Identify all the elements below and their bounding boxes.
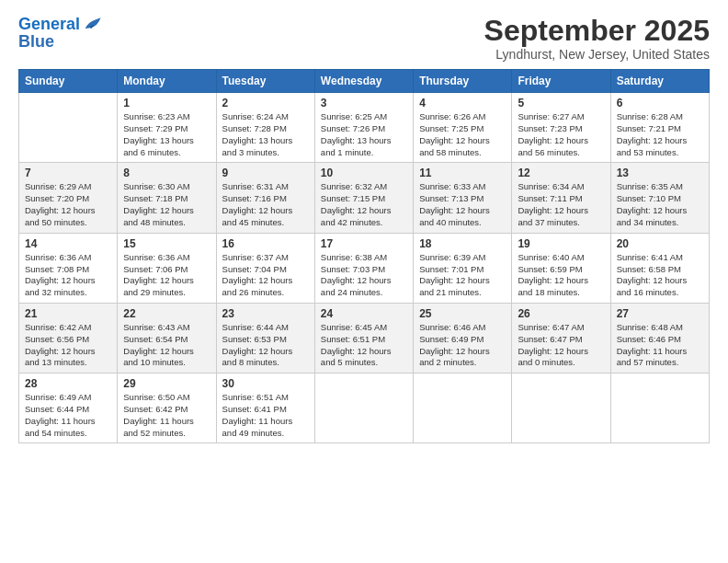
location: Lyndhurst, New Jersey, United States <box>484 47 710 62</box>
calendar-cell <box>610 373 709 443</box>
day-number: 6 <box>617 97 703 109</box>
day-number: 21 <box>25 307 111 320</box>
calendar-cell: 18Sunrise: 6:39 AM Sunset: 7:01 PM Dayli… <box>414 233 512 303</box>
day-info: Sunrise: 6:27 AM Sunset: 7:23 PM Dayligh… <box>518 111 604 158</box>
col-header-saturday: Saturday <box>610 70 709 93</box>
day-info: Sunrise: 6:29 AM Sunset: 7:20 PM Dayligh… <box>25 181 111 228</box>
logo-text-blue: Blue <box>18 33 54 52</box>
day-number: 3 <box>321 97 407 109</box>
day-number: 25 <box>419 307 506 320</box>
calendar-week-row: 28Sunrise: 6:49 AM Sunset: 6:44 PM Dayli… <box>19 373 710 443</box>
logo-text-general: General <box>18 16 80 34</box>
day-info: Sunrise: 6:31 AM Sunset: 7:16 PM Dayligh… <box>222 181 309 228</box>
day-info: Sunrise: 6:33 AM Sunset: 7:13 PM Dayligh… <box>419 181 506 228</box>
day-number: 19 <box>518 237 604 250</box>
day-info: Sunrise: 6:30 AM Sunset: 7:18 PM Dayligh… <box>123 181 210 228</box>
calendar-cell: 4Sunrise: 6:26 AM Sunset: 7:25 PM Daylig… <box>414 93 512 163</box>
calendar-cell <box>512 373 610 443</box>
col-header-tuesday: Tuesday <box>216 70 314 93</box>
day-info: Sunrise: 6:25 AM Sunset: 7:26 PM Dayligh… <box>321 111 407 158</box>
calendar-cell: 14Sunrise: 6:36 AM Sunset: 7:08 PM Dayli… <box>19 233 118 303</box>
day-number: 11 <box>419 167 506 179</box>
day-info: Sunrise: 6:43 AM Sunset: 6:54 PM Dayligh… <box>123 322 210 369</box>
calendar-cell: 30Sunrise: 6:51 AM Sunset: 6:41 PM Dayli… <box>216 373 314 443</box>
day-number: 24 <box>321 307 407 320</box>
calendar-week-row: 7Sunrise: 6:29 AM Sunset: 7:20 PM Daylig… <box>19 163 710 233</box>
day-info: Sunrise: 6:46 AM Sunset: 6:49 PM Dayligh… <box>419 322 506 369</box>
calendar-week-row: 1Sunrise: 6:23 AM Sunset: 7:29 PM Daylig… <box>19 93 710 163</box>
day-info: Sunrise: 6:45 AM Sunset: 6:51 PM Dayligh… <box>321 322 407 369</box>
day-info: Sunrise: 6:36 AM Sunset: 7:06 PM Dayligh… <box>123 252 210 299</box>
col-header-friday: Friday <box>512 70 610 93</box>
day-info: Sunrise: 6:37 AM Sunset: 7:04 PM Dayligh… <box>222 252 309 299</box>
calendar-week-row: 14Sunrise: 6:36 AM Sunset: 7:08 PM Dayli… <box>19 233 710 303</box>
calendar-cell: 12Sunrise: 6:34 AM Sunset: 7:11 PM Dayli… <box>512 163 610 233</box>
day-number: 7 <box>25 167 111 179</box>
header: General Blue September 2025 Lyndhurst, N… <box>18 15 710 62</box>
day-number: 22 <box>123 307 210 320</box>
day-number: 23 <box>222 307 309 320</box>
calendar-header-row: SundayMondayTuesdayWednesdayThursdayFrid… <box>19 70 710 93</box>
calendar-cell: 19Sunrise: 6:40 AM Sunset: 6:59 PM Dayli… <box>512 233 610 303</box>
calendar-cell: 3Sunrise: 6:25 AM Sunset: 7:26 PM Daylig… <box>314 93 413 163</box>
day-number: 27 <box>617 307 703 320</box>
calendar-cell <box>19 93 118 163</box>
day-info: Sunrise: 6:38 AM Sunset: 7:03 PM Dayligh… <box>321 252 407 299</box>
day-number: 4 <box>419 97 506 109</box>
day-number: 14 <box>25 237 111 250</box>
col-header-thursday: Thursday <box>414 70 512 93</box>
day-info: Sunrise: 6:48 AM Sunset: 6:46 PM Dayligh… <box>617 322 703 369</box>
day-number: 1 <box>123 97 210 109</box>
calendar-table: SundayMondayTuesdayWednesdayThursdayFrid… <box>18 69 710 443</box>
day-number: 13 <box>617 167 703 179</box>
day-info: Sunrise: 6:28 AM Sunset: 7:21 PM Dayligh… <box>617 111 703 158</box>
calendar-cell: 5Sunrise: 6:27 AM Sunset: 7:23 PM Daylig… <box>512 93 610 163</box>
day-number: 28 <box>25 377 111 390</box>
calendar-cell: 2Sunrise: 6:24 AM Sunset: 7:28 PM Daylig… <box>216 93 314 163</box>
calendar-cell: 1Sunrise: 6:23 AM Sunset: 7:29 PM Daylig… <box>118 93 216 163</box>
day-number: 10 <box>321 167 407 179</box>
logo: General Blue <box>18 15 102 52</box>
day-info: Sunrise: 6:39 AM Sunset: 7:01 PM Dayligh… <box>419 252 506 299</box>
day-number: 16 <box>222 237 309 250</box>
calendar-cell: 20Sunrise: 6:41 AM Sunset: 6:58 PM Dayli… <box>610 233 709 303</box>
day-number: 18 <box>419 237 506 250</box>
title-block: September 2025 Lyndhurst, New Jersey, Un… <box>484 15 710 62</box>
calendar-cell: 29Sunrise: 6:50 AM Sunset: 6:42 PM Dayli… <box>118 373 216 443</box>
day-number: 12 <box>518 167 604 179</box>
calendar-cell: 16Sunrise: 6:37 AM Sunset: 7:04 PM Dayli… <box>216 233 314 303</box>
calendar-cell <box>414 373 512 443</box>
day-info: Sunrise: 6:50 AM Sunset: 6:42 PM Dayligh… <box>123 392 210 439</box>
day-number: 17 <box>321 237 407 250</box>
day-number: 15 <box>123 237 210 250</box>
day-info: Sunrise: 6:23 AM Sunset: 7:29 PM Dayligh… <box>123 111 210 158</box>
calendar-cell <box>314 373 413 443</box>
page: General Blue September 2025 Lyndhurst, N… <box>0 0 728 563</box>
month-title: September 2025 <box>484 15 710 47</box>
day-number: 9 <box>222 167 309 179</box>
day-info: Sunrise: 6:41 AM Sunset: 6:58 PM Dayligh… <box>617 252 703 299</box>
day-number: 8 <box>123 167 210 179</box>
day-info: Sunrise: 6:26 AM Sunset: 7:25 PM Dayligh… <box>419 111 506 158</box>
calendar-cell: 24Sunrise: 6:45 AM Sunset: 6:51 PM Dayli… <box>314 303 413 373</box>
day-info: Sunrise: 6:34 AM Sunset: 7:11 PM Dayligh… <box>518 181 604 228</box>
calendar-cell: 25Sunrise: 6:46 AM Sunset: 6:49 PM Dayli… <box>414 303 512 373</box>
day-info: Sunrise: 6:44 AM Sunset: 6:53 PM Dayligh… <box>222 322 309 369</box>
day-number: 20 <box>617 237 703 250</box>
day-info: Sunrise: 6:35 AM Sunset: 7:10 PM Dayligh… <box>617 181 703 228</box>
day-info: Sunrise: 6:36 AM Sunset: 7:08 PM Dayligh… <box>25 252 111 299</box>
day-number: 26 <box>518 307 604 320</box>
calendar-cell: 22Sunrise: 6:43 AM Sunset: 6:54 PM Dayli… <box>118 303 216 373</box>
calendar-cell: 27Sunrise: 6:48 AM Sunset: 6:46 PM Dayli… <box>610 303 709 373</box>
day-info: Sunrise: 6:49 AM Sunset: 6:44 PM Dayligh… <box>25 392 111 439</box>
day-info: Sunrise: 6:51 AM Sunset: 6:41 PM Dayligh… <box>222 392 309 439</box>
calendar-cell: 8Sunrise: 6:30 AM Sunset: 7:18 PM Daylig… <box>118 163 216 233</box>
logo-bird-icon <box>82 15 102 35</box>
day-number: 30 <box>222 377 309 390</box>
day-info: Sunrise: 6:47 AM Sunset: 6:47 PM Dayligh… <box>518 322 604 369</box>
calendar-cell: 11Sunrise: 6:33 AM Sunset: 7:13 PM Dayli… <box>414 163 512 233</box>
calendar-cell: 6Sunrise: 6:28 AM Sunset: 7:21 PM Daylig… <box>610 93 709 163</box>
day-info: Sunrise: 6:32 AM Sunset: 7:15 PM Dayligh… <box>321 181 407 228</box>
calendar-cell: 7Sunrise: 6:29 AM Sunset: 7:20 PM Daylig… <box>19 163 118 233</box>
col-header-monday: Monday <box>118 70 216 93</box>
